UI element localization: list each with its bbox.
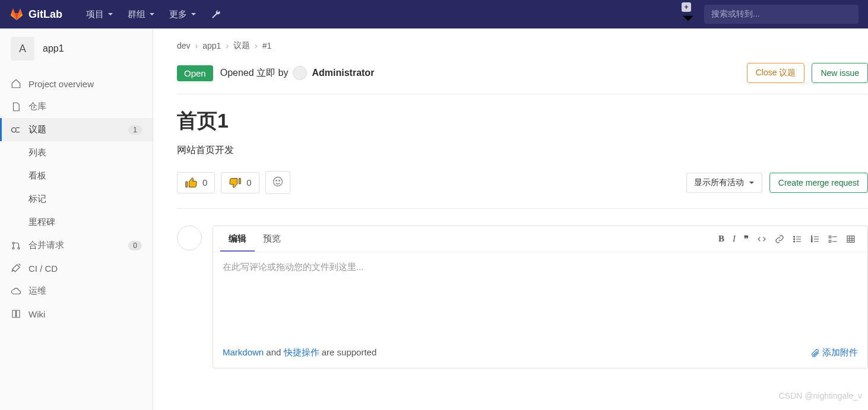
wrench-icon: [211, 9, 221, 20]
chevron-down-icon: [107, 11, 113, 17]
paperclip-icon: [810, 348, 820, 358]
md-table-button[interactable]: [846, 234, 856, 244]
issues-icon: [11, 125, 21, 135]
mr-badge: 0: [128, 241, 142, 250]
sidebar-sub-milestones[interactable]: 里程碑: [0, 211, 153, 234]
breadcrumb: dev› app1› 议题› #1: [177, 40, 868, 51]
md-ul-button[interactable]: [793, 234, 802, 244]
gitlab-logo-icon: [9, 7, 24, 21]
sidebar-item-cicd[interactable]: CI / CD: [0, 257, 153, 279]
sidebar-item-repo[interactable]: 仓库: [0, 95, 153, 118]
comment-textarea[interactable]: 在此写评论或拖动您的文件到这里...: [213, 252, 867, 341]
sidebar-item-ops[interactable]: 运维: [0, 279, 153, 303]
svg-point-0: [12, 128, 17, 132]
tab-edit[interactable]: 编辑: [220, 226, 255, 252]
add-reaction-button[interactable]: [265, 171, 290, 194]
sidebar-sub-board[interactable]: 看板: [0, 164, 153, 187]
crumb-group[interactable]: dev: [177, 41, 191, 50]
thumbs-up-button[interactable]: 0: [177, 172, 215, 193]
rocket-icon: [11, 263, 21, 274]
md-ol-button[interactable]: 123: [810, 234, 820, 244]
top-nav: GitLab 项目 群组 更多 + 搜索或转到...: [0, 0, 868, 28]
topmenu-more[interactable]: 更多: [162, 0, 204, 28]
chevron-down-icon: [191, 11, 197, 17]
svg-text:3: 3: [811, 240, 812, 243]
svg-point-5: [275, 180, 277, 182]
thumbs-up-icon: [185, 176, 198, 189]
plus-icon: +: [682, 2, 691, 12]
crumb-id[interactable]: #1: [262, 41, 272, 50]
merge-icon: [11, 240, 21, 251]
crumb-issues[interactable]: 议题: [233, 40, 250, 51]
md-italic-button[interactable]: I: [733, 234, 736, 244]
create-mr-button[interactable]: Create merge request: [769, 173, 868, 193]
list-ol-icon: 123: [810, 234, 820, 244]
comment-footer: Markdown and 快捷操作 are supported 添加附件: [213, 341, 867, 368]
author-name[interactable]: Administrator: [312, 68, 374, 78]
list-ul-icon: [793, 234, 802, 244]
topmenu-plus[interactable]: +: [682, 2, 695, 27]
topmenu-admin-wrench[interactable]: [204, 0, 229, 28]
issue-title: 首页1: [177, 107, 868, 135]
main-content: dev› app1› 议题› #1 Open Opened 立即 by Admi…: [153, 28, 868, 410]
md-code-button[interactable]: [757, 234, 766, 244]
brand[interactable]: GitLab: [9, 7, 62, 21]
topmenu-projects[interactable]: 项目: [79, 0, 121, 28]
svg-point-1: [12, 242, 14, 244]
sidebar-sub-labels[interactable]: 标记: [0, 187, 153, 211]
tab-preview[interactable]: 预览: [255, 226, 289, 252]
file-icon: [11, 101, 21, 112]
comment-tabs: 编辑 预览 B I ❞ 123: [213, 226, 867, 252]
thumbs-down-button[interactable]: 0: [221, 172, 259, 193]
svg-rect-13: [829, 236, 831, 237]
attach-file-button[interactable]: 添加附件: [810, 347, 858, 358]
status-badge: Open: [177, 65, 213, 81]
issue-description: 网站首页开发: [177, 144, 868, 157]
chevron-down-icon: [149, 11, 155, 17]
current-user-avatar: [177, 225, 202, 250]
sidebar-nav: Project overview 仓库 议题 1 列表 看板 标记 里程碑 合并…: [0, 69, 153, 329]
new-issue-button[interactable]: New issue: [812, 63, 868, 83]
md-link-button[interactable]: [775, 234, 784, 244]
crumb-project[interactable]: app1: [202, 41, 221, 50]
thumbs-down-icon: [229, 176, 242, 189]
svg-rect-14: [829, 240, 831, 242]
sidebar-item-overview[interactable]: Project overview: [0, 72, 153, 95]
md-quote-button[interactable]: ❞: [744, 234, 749, 244]
smile-icon: [272, 176, 284, 187]
opened-text: Opened 立即 by Administrator: [220, 66, 375, 80]
svg-point-9: [794, 241, 795, 242]
project-header[interactable]: A app1: [0, 28, 153, 69]
issues-badge: 1: [128, 125, 142, 135]
sidebar-item-issues[interactable]: 议题 1: [0, 118, 153, 141]
topmenu-groups[interactable]: 群组: [121, 0, 162, 28]
code-icon: [757, 234, 766, 244]
comment-block: 编辑 预览 B I ❞ 123 在此写评论或拖动您的文件到这里...: [177, 225, 868, 368]
md-task-button[interactable]: [828, 234, 838, 244]
author-avatar[interactable]: [293, 66, 307, 80]
reactions-bar: 0 0 显示所有活动 Create merge request: [177, 171, 868, 209]
book-icon: [11, 309, 21, 319]
md-toolbar: B I ❞ 123: [718, 234, 860, 244]
quick-actions-link[interactable]: 快捷操作: [284, 347, 319, 357]
markdown-help-link[interactable]: Markdown: [223, 347, 264, 357]
close-issue-button[interactable]: Close 议题: [747, 63, 805, 83]
project-name: app1: [43, 43, 64, 54]
sidebar-sub-list[interactable]: 列表: [0, 141, 153, 164]
sidebar-item-mr[interactable]: 合并请求 0: [0, 234, 153, 257]
search-input[interactable]: 搜索或转到...: [704, 5, 859, 24]
table-icon: [846, 234, 856, 244]
comment-box: 编辑 预览 B I ❞ 123 在此写评论或拖动您的文件到这里...: [213, 225, 868, 368]
top-menu: 项目 群组 更多: [79, 0, 229, 28]
md-bold-button[interactable]: B: [718, 234, 724, 244]
activity-filter-dropdown[interactable]: 显示所有活动: [686, 173, 762, 193]
sidebar-item-wiki[interactable]: Wiki: [0, 303, 153, 325]
project-avatar: A: [11, 37, 34, 61]
issue-header: Open Opened 立即 by Administrator Close 议题…: [177, 63, 868, 94]
svg-point-2: [12, 247, 14, 249]
sidebar: A app1 Project overview 仓库 议题 1 列表 看板 标记…: [0, 28, 153, 410]
chevron-down-icon: [682, 12, 695, 25]
svg-rect-15: [847, 236, 854, 242]
link-icon: [775, 234, 784, 244]
cloud-icon: [11, 286, 21, 297]
